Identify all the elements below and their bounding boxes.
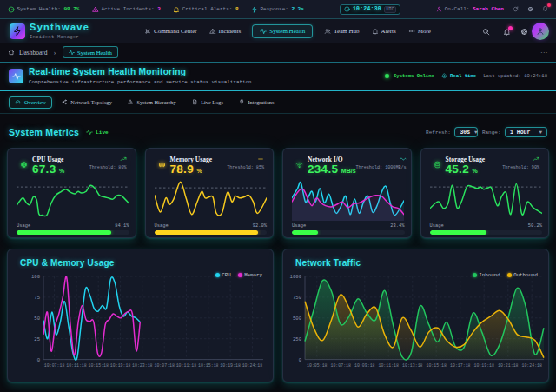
svg-text:10:17:18: 10:17:18 — [450, 363, 471, 368]
svg-text:0: 0 — [37, 357, 41, 363]
svg-text:75: 75 — [34, 295, 40, 301]
svg-text:10:15:18: 10:15:18 — [88, 363, 109, 368]
svg-text:100: 100 — [31, 274, 41, 280]
svg-text:10:15:18: 10:15:18 — [198, 363, 219, 368]
svg-text:10:24:18: 10:24:18 — [521, 363, 542, 368]
svg-text:10:09:18: 10:09:18 — [354, 363, 375, 368]
svg-text:50: 50 — [34, 316, 40, 322]
svg-text:10:07:18: 10:07:18 — [330, 363, 351, 368]
svg-text:10:19:18: 10:19:18 — [110, 363, 131, 368]
svg-text:1000: 1000 — [290, 274, 302, 280]
svg-text:250: 250 — [293, 336, 302, 342]
svg-text:10:23:18: 10:23:18 — [132, 363, 153, 368]
svg-text:10:19:18: 10:19:18 — [473, 363, 494, 368]
svg-text:10:11:18: 10:11:18 — [378, 363, 399, 368]
svg-text:10:07:18: 10:07:18 — [44, 363, 65, 368]
svg-text:10:11:18: 10:11:18 — [176, 363, 197, 368]
svg-text:500: 500 — [293, 316, 302, 322]
svg-text:10:05:18: 10:05:18 — [307, 363, 328, 368]
svg-text:10:15:18: 10:15:18 — [426, 363, 447, 368]
svg-text:750: 750 — [293, 295, 302, 301]
svg-text:10:21:18: 10:21:18 — [498, 363, 519, 368]
svg-text:10:11:18: 10:11:18 — [66, 363, 87, 368]
svg-text:10:13:18: 10:13:18 — [402, 363, 423, 368]
svg-text:10:19:18: 10:19:18 — [220, 363, 241, 368]
svg-text:10:07:18: 10:07:18 — [154, 363, 175, 368]
svg-text:25: 25 — [34, 336, 40, 342]
svg-text:10:24:18: 10:24:18 — [242, 363, 263, 368]
svg-text:0: 0 — [299, 357, 302, 363]
